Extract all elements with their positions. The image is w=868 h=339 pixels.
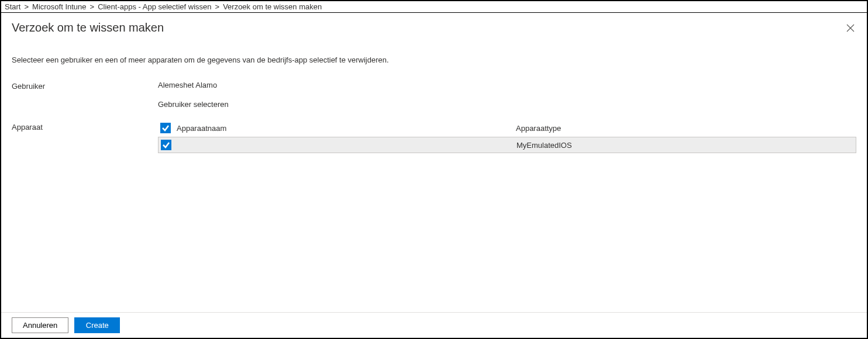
selected-user-name: Alemeshet Alamo — [158, 81, 856, 89]
check-icon — [162, 141, 170, 149]
row-checkbox[interactable] — [161, 140, 171, 150]
device-type-cell: MyEmulatedIOS — [516, 141, 853, 150]
device-table-row[interactable]: MyEmulatedIOS — [158, 137, 856, 153]
breadcrumb-item-current: Verzoek om te wissen maken — [223, 2, 322, 11]
breadcrumb-separator: > — [215, 2, 220, 11]
create-button[interactable]: Create — [74, 317, 120, 333]
close-icon — [846, 24, 855, 32]
breadcrumb-item[interactable]: Start — [5, 2, 20, 11]
breadcrumb-item[interactable]: Client-apps - App selectief wissen — [98, 2, 211, 11]
footer-bar: Annuleren Create — [1, 312, 867, 338]
device-label: Apparaat — [12, 122, 158, 132]
breadcrumb-separator: > — [24, 2, 29, 11]
cancel-button[interactable]: Annuleren — [12, 317, 68, 333]
column-header-type[interactable]: Apparaattype — [516, 124, 856, 133]
user-label: Gebruiker — [12, 81, 158, 91]
page-title: Verzoek om te wissen maken — [12, 21, 164, 34]
instruction-text: Selecteer een gebruiker en een of meer a… — [12, 56, 856, 64]
select-user-link[interactable]: Gebruiker selecteren — [158, 100, 856, 109]
close-button[interactable] — [845, 22, 856, 34]
check-icon — [161, 124, 170, 132]
device-table-header: Apparaatnaam Apparaattype — [158, 122, 856, 137]
breadcrumb: Start > Microsoft Intune > Client-apps -… — [1, 1, 867, 13]
breadcrumb-separator: > — [90, 2, 95, 11]
select-all-checkbox[interactable] — [160, 123, 171, 133]
column-header-name[interactable]: Apparaatnaam — [177, 124, 516, 133]
breadcrumb-item[interactable]: Microsoft Intune — [32, 2, 87, 11]
